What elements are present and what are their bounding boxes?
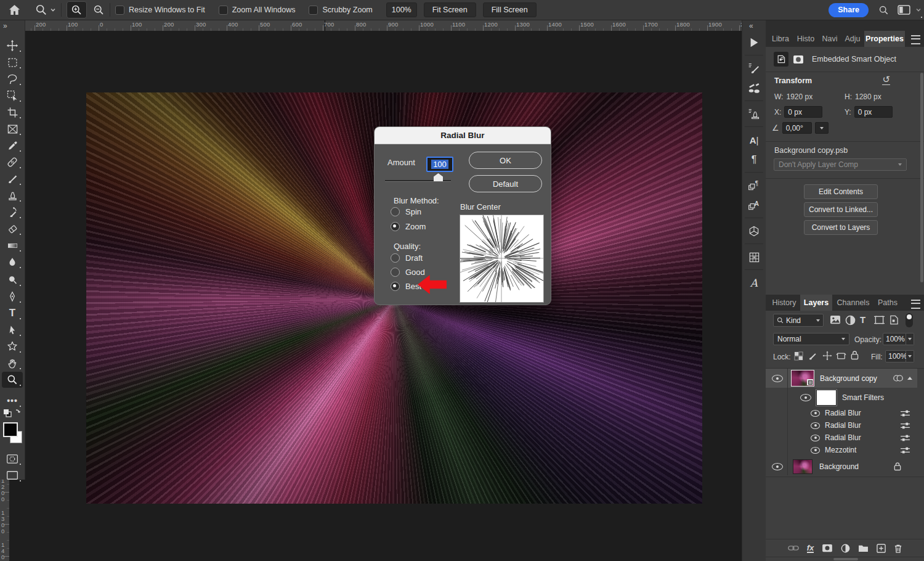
filter-blending-options-icon[interactable] [900, 446, 910, 454]
glyphs-panel-icon[interactable]: A [744, 274, 764, 292]
paragraph-panel-icon[interactable]: ¶ [744, 151, 764, 168]
radio-icon[interactable] [391, 253, 400, 263]
opacity-input[interactable]: 100% [883, 333, 906, 345]
dialog-title[interactable]: Radial Blur [375, 127, 551, 144]
method-spin-option[interactable]: Spin [391, 207, 421, 216]
zoom-tool-options-icon[interactable] [35, 4, 56, 16]
move-tool-icon[interactable] [2, 38, 23, 54]
visibility-eye-icon[interactable] [811, 447, 820, 454]
fit-screen-button[interactable]: Fit Screen [424, 2, 476, 17]
properties-scrollbar[interactable] [920, 73, 923, 282]
delete-layer-icon[interactable] [894, 544, 902, 553]
layer-styles-icon[interactable]: fx [807, 544, 814, 553]
layer-thumbnail[interactable] [791, 370, 814, 387]
zoom-all-windows-checkbox[interactable] [219, 6, 228, 15]
ok-button[interactable]: OK [469, 152, 542, 169]
edit-toolbar-icon[interactable]: ••• [2, 393, 23, 409]
filter-name[interactable]: Radial Blur [825, 409, 861, 417]
new-layer-icon[interactable] [877, 544, 886, 553]
rectangular-marquee-tool-icon[interactable] [2, 54, 23, 70]
zoom-level-field[interactable]: 100% [386, 2, 417, 17]
convert-to-layers-button[interactable]: Convert to Layers [804, 220, 878, 235]
blur-center-preview[interactable] [460, 215, 544, 303]
filtering-toggle[interactable] [906, 313, 913, 327]
panel-menu-icon[interactable] [911, 35, 920, 44]
character-styles-panel-icon[interactable]: A [744, 197, 764, 214]
lock-pixels-icon[interactable] [808, 351, 817, 361]
filter-kind-select[interactable]: Kind [773, 314, 824, 327]
type-tool-icon[interactable]: T [2, 305, 23, 321]
collapse-filters-icon[interactable] [907, 377, 912, 380]
tab-histogram[interactable]: Histo [794, 31, 817, 47]
fill-input[interactable]: 100% [885, 350, 906, 362]
zoom-tool-icon[interactable] [2, 372, 23, 388]
filter-blending-options-icon[interactable] [900, 434, 910, 442]
brushes-panel-icon[interactable] [744, 80, 764, 97]
share-button[interactable]: Share [829, 3, 869, 17]
dodge-tool-icon[interactable] [2, 272, 23, 288]
smart-filters-row[interactable]: Smart Filters [766, 388, 917, 407]
crop-tool-icon[interactable] [2, 104, 23, 120]
layer-comp-select[interactable]: Don't Apply Layer Comp [774, 158, 907, 171]
add-layer-mask-icon[interactable] [822, 544, 833, 552]
tab-navigator[interactable]: Navi [819, 31, 841, 47]
zoom-in-button[interactable] [67, 1, 87, 18]
character-panel-icon[interactable]: A| [744, 131, 764, 149]
link-layers-icon[interactable] [788, 545, 799, 551]
eraser-tool-icon[interactable] [2, 221, 23, 237]
filter-mask-thumbnail[interactable] [816, 390, 837, 406]
visibility-eye-icon[interactable] [800, 394, 811, 401]
object-selection-tool-icon[interactable] [2, 88, 23, 104]
visibility-eye-icon[interactable] [772, 463, 783, 470]
workspace-icon[interactable] [898, 5, 910, 15]
filter-pixel-layers-icon[interactable] [830, 315, 841, 325]
opacity-dropdown-button[interactable] [906, 333, 914, 345]
radio-selected-icon[interactable] [391, 222, 400, 231]
frame-tool-icon[interactable] [2, 121, 23, 137]
tab-libraries[interactable]: Libra [768, 31, 793, 47]
quality-draft-option[interactable]: Draft [391, 253, 423, 263]
healing-brush-tool-icon[interactable] [2, 154, 23, 170]
filter-smart-objects-icon[interactable] [890, 315, 899, 325]
filter-blending-options-icon[interactable] [900, 409, 910, 417]
new-adjustment-layer-icon[interactable] [841, 544, 850, 553]
tab-history[interactable]: History [769, 295, 800, 311]
visibility-eye-icon[interactable] [811, 410, 820, 417]
path-selection-tool-icon[interactable] [2, 322, 23, 338]
blur-tool-icon[interactable] [2, 254, 23, 270]
blend-mode-select[interactable]: Normal [773, 333, 849, 345]
patterns-panel-icon[interactable] [744, 248, 764, 266]
lock-position-icon[interactable] [822, 351, 832, 361]
smart-filters-label[interactable]: Smart Filters [842, 393, 884, 402]
history-brush-tool-icon[interactable] [2, 204, 23, 220]
default-button[interactable]: Default [469, 175, 542, 192]
layer-name[interactable]: Background [819, 462, 859, 471]
lock-all-icon[interactable] [851, 350, 859, 360]
actions-panel-icon[interactable] [744, 34, 764, 51]
layer-row-background-copy[interactable]: Background copy [766, 369, 917, 388]
visibility-eye-icon[interactable] [811, 422, 820, 429]
tab-layers[interactable]: Layers [800, 295, 832, 311]
radio-selected-icon[interactable] [391, 282, 400, 291]
layers-panel-menu-icon[interactable] [911, 300, 920, 309]
custom-shape-tool-icon[interactable] [2, 338, 23, 354]
tab-properties[interactable]: Properties [864, 31, 905, 47]
lock-transparency-icon[interactable] [794, 351, 803, 361]
materials-panel-icon[interactable] [744, 223, 764, 240]
filter-blending-options-icon[interactable] [900, 422, 910, 430]
layer-row-background[interactable]: Background [766, 457, 917, 475]
gradient-tool-icon[interactable] [2, 237, 23, 253]
filter-adjustment-layers-icon[interactable] [845, 315, 856, 326]
eyedropper-tool-icon[interactable] [2, 137, 23, 154]
smart-filter-indicator-icon[interactable] [893, 374, 904, 382]
brush-settings-panel-icon[interactable] [744, 60, 764, 77]
layer-thumbnail[interactable] [793, 459, 813, 474]
angle-input[interactable]: 0,00° [782, 122, 812, 134]
tab-paths[interactable]: Paths [874, 295, 901, 311]
quick-mask-icon[interactable] [2, 451, 23, 467]
brush-tool-icon[interactable] [2, 171, 23, 187]
smart-object-type-button[interactable] [774, 52, 788, 67]
filter-type-layers-icon[interactable]: T [860, 314, 865, 325]
clone-source-panel-icon[interactable] [744, 105, 764, 123]
paragraph-styles-panel-icon[interactable]: ¶ [744, 177, 764, 194]
